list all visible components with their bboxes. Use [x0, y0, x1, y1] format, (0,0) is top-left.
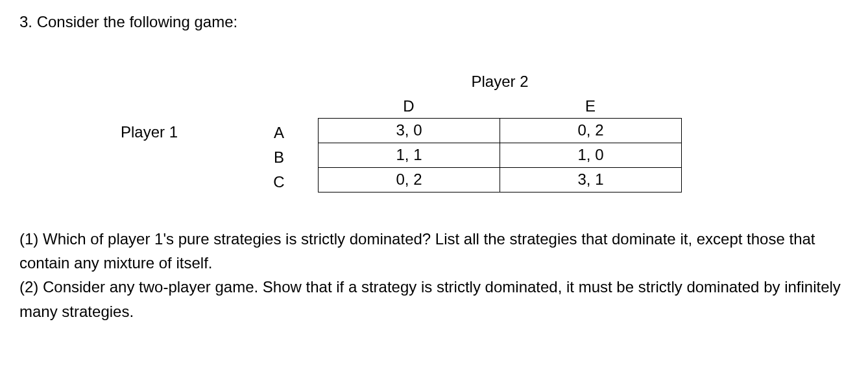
question-intro: 3. Consider the following game:	[19, 13, 849, 31]
row-header-b: B	[274, 145, 284, 170]
player2-label: Player 2	[318, 73, 682, 91]
column-headers: D E	[318, 95, 682, 118]
question-1: (1) Which of player 1's pure strategies …	[19, 227, 849, 275]
col-header-d: D	[318, 95, 500, 118]
table-row: 3, 0 0, 2	[319, 118, 682, 143]
cell-ce: 3, 1	[500, 167, 682, 192]
cell-be: 1, 0	[500, 143, 682, 167]
row-headers: A B C	[240, 121, 318, 194]
col-header-e: E	[500, 95, 681, 118]
game-matrix: Player 1 A B C Player 2 D E 3, 0 0, 2 1,…	[58, 70, 849, 194]
table-row: 1, 1 1, 0	[319, 143, 682, 167]
questions-block: (1) Which of player 1's pure strategies …	[19, 227, 849, 323]
cell-ae: 0, 2	[500, 118, 682, 143]
payoff-table: 3, 0 0, 2 1, 1 1, 0 0, 2 3, 1	[318, 118, 682, 192]
row-header-a: A	[274, 121, 284, 145]
question-2: (2) Consider any two-player game. Show t…	[19, 275, 849, 323]
cell-cd: 0, 2	[319, 167, 500, 192]
row-header-c: C	[273, 170, 284, 194]
cell-ad: 3, 0	[319, 118, 500, 143]
table-row: 0, 2 3, 1	[319, 167, 682, 192]
cell-bd: 1, 1	[319, 143, 500, 167]
player1-label: Player 1	[58, 123, 240, 141]
